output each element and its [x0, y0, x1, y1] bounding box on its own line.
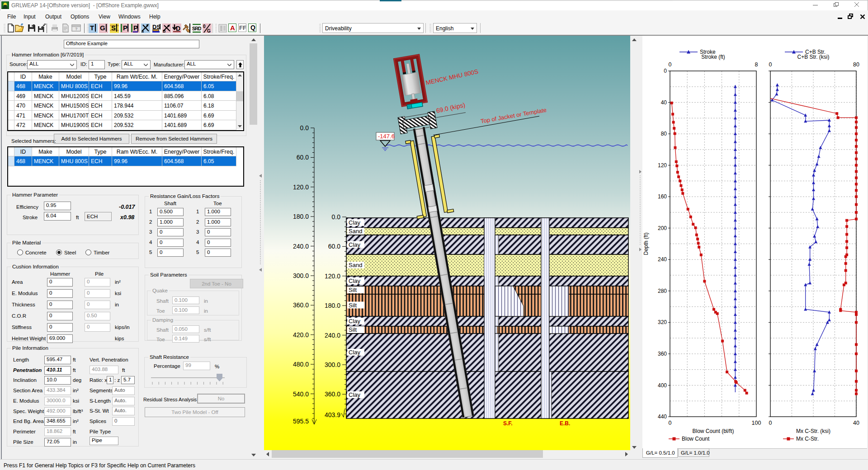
svg-text:180.0: 180.0 — [293, 213, 309, 220]
svg-text:0: 0 — [769, 420, 772, 426]
svg-text:-147.6: -147.6 — [378, 133, 395, 140]
svg-text:480.0: 480.0 — [293, 361, 309, 368]
svg-text:300.0: 300.0 — [293, 272, 309, 279]
svg-text:Clay: Clay — [349, 241, 361, 248]
svg-text:Clay: Clay — [349, 349, 361, 356]
svg-text:Sand: Sand — [349, 262, 362, 268]
svg-text:80: 80 — [853, 61, 859, 68]
svg-text:0: 0 — [769, 61, 772, 68]
svg-text:200: 200 — [658, 225, 667, 231]
svg-text:0: 0 — [669, 420, 672, 426]
svg-text:360: 360 — [658, 351, 667, 357]
svg-text:Mx C-Str.: Mx C-Str. — [796, 436, 819, 442]
svg-text:0: 0 — [203, 24, 206, 29]
svg-text:440: 440 — [658, 414, 667, 420]
svg-text:420.0: 420.0 — [293, 331, 309, 338]
svg-text:240.0: 240.0 — [325, 332, 340, 339]
svg-text:60.0: 60.0 — [328, 243, 340, 250]
svg-text:8: 8 — [755, 61, 758, 68]
svg-text:280: 280 — [658, 288, 667, 294]
svg-text:240.0: 240.0 — [293, 243, 309, 250]
svg-text:180.0: 180.0 — [325, 302, 340, 309]
svg-text:D: D — [176, 25, 180, 32]
svg-text:Blow Count (bl/ft): Blow Count (bl/ft) — [692, 428, 734, 434]
svg-text:E.B.: E.B. — [560, 420, 570, 427]
svg-text:360.0: 360.0 — [293, 301, 309, 309]
svg-text:120.0: 120.0 — [325, 273, 340, 280]
svg-text:160: 160 — [658, 193, 667, 200]
svg-text:0.0: 0.0 — [300, 124, 309, 132]
svg-text:Sand: Sand — [349, 228, 362, 235]
svg-text:Stroke: Stroke — [700, 49, 716, 55]
svg-text:Silt: Silt — [349, 326, 357, 333]
svg-text:Depth (ft): Depth (ft) — [643, 232, 649, 255]
svg-text:?: ? — [75, 27, 78, 31]
svg-text:Silt: Silt — [349, 302, 357, 309]
svg-text:240: 240 — [658, 256, 667, 263]
svg-text:100: 100 — [752, 420, 761, 426]
svg-text:40: 40 — [661, 99, 667, 106]
svg-text:Silt: Silt — [349, 287, 357, 293]
svg-text:403.9: 403.9 — [325, 411, 340, 418]
svg-text:40: 40 — [853, 420, 859, 426]
svg-text:Clay: Clay — [349, 219, 361, 226]
svg-text:0: 0 — [664, 68, 667, 74]
svg-text:0.0: 0.0 — [332, 213, 341, 221]
svg-text:Clay: Clay — [349, 391, 361, 398]
svg-text:SRD: SRD — [192, 26, 201, 31]
svg-text:400: 400 — [658, 382, 667, 389]
svg-text:Clay: Clay — [349, 318, 361, 324]
svg-text:320: 320 — [658, 319, 667, 325]
svg-text:595.5: 595.5 — [293, 418, 309, 425]
svg-text:Blow Count: Blow Count — [682, 436, 710, 442]
svg-text:0: 0 — [669, 61, 672, 68]
svg-text:120: 120 — [658, 162, 667, 169]
svg-text:540.0: 540.0 — [293, 390, 309, 398]
svg-text:300.0: 300.0 — [325, 361, 340, 368]
svg-text:360.0: 360.0 — [325, 390, 340, 398]
svg-text:Clay: Clay — [349, 277, 361, 284]
svg-text:G: G — [207, 28, 211, 33]
svg-text:B: B — [163, 29, 166, 33]
svg-text:120.0: 120.0 — [293, 183, 309, 191]
svg-text:60.0: 60.0 — [297, 154, 309, 161]
svg-text:C+B Str.: C+B Str. — [805, 49, 826, 55]
svg-text:80: 80 — [661, 131, 667, 137]
svg-text:S.F.: S.F. — [503, 420, 513, 427]
svg-text:Mx C-Str. (ksi): Mx C-Str. (ksi) — [796, 428, 830, 434]
